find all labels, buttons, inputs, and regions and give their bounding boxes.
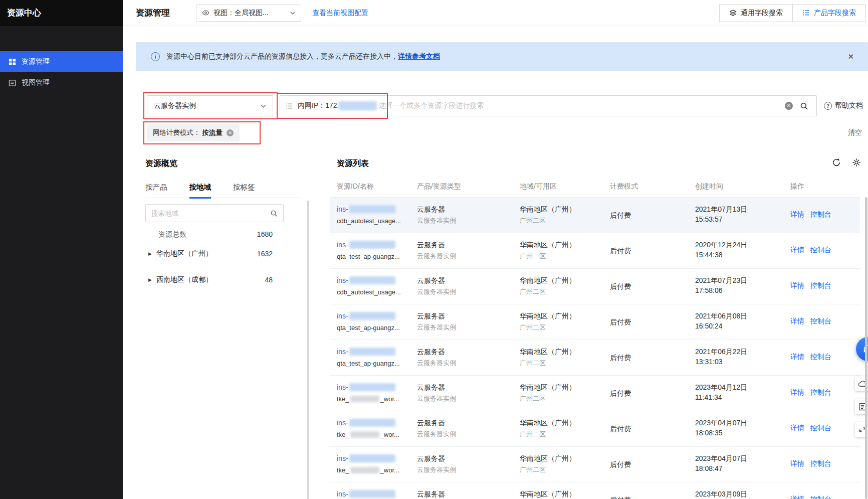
redacted-id	[349, 241, 395, 249]
resource-type-cell: 云服务器实例	[417, 216, 509, 225]
resource-id-link[interactable]: ins-	[337, 275, 406, 285]
resource-id-link[interactable]: ins-	[337, 240, 406, 250]
caret-right-icon[interactable]: ▶	[148, 251, 152, 256]
resource-table: 资源ID/名称 产品/资源类型 地域/可用区 计费模式 创建时间 操作 ins-…	[330, 176, 860, 499]
console-link[interactable]: 控制台	[810, 388, 831, 397]
table-row[interactable]: ins- tke__wor... 云服务器 云服务器实例 华南地区（广州） 广州…	[330, 446, 860, 482]
resource-id-link[interactable]: ins-	[337, 418, 406, 428]
chevron-down-icon	[290, 12, 295, 15]
table-row[interactable]: ins- 云服务器 华南地区（广州） 后付费 2023年03月09日 详情 控制…	[330, 482, 860, 499]
redacted-name-part	[350, 396, 379, 402]
console-link[interactable]: 控制台	[810, 210, 831, 219]
common-field-search-button[interactable]: 通用字段搜索	[719, 4, 793, 22]
view-config-link[interactable]: 查看当前视图配置	[312, 9, 368, 18]
table-row[interactable]: ins- qta_test_ap-guangz... 云服务器 云服务器实例 华…	[330, 304, 860, 340]
product-field-search-button[interactable]: 产品字段搜索	[793, 4, 866, 22]
refresh-icon[interactable]	[832, 158, 841, 167]
region-count: 1632	[257, 250, 273, 258]
overview-tabs: 按产品 按地域 按标签	[145, 180, 302, 198]
tab-by-product[interactable]: 按产品	[145, 180, 167, 198]
table-row[interactable]: ins- tke__wor... 云服务器 云服务器实例 华南地区（广州） 广州…	[330, 375, 860, 411]
caret-right-icon[interactable]: ▶	[148, 277, 152, 282]
search-icon[interactable]	[270, 210, 278, 217]
sidebar-item-view-management[interactable]: 视图管理	[0, 72, 123, 93]
panel-scrollbar[interactable]	[307, 201, 309, 499]
table-row[interactable]: ins- cdb_autotest_usage... 云服务器 云服务器实例 华…	[330, 268, 860, 304]
detail-link[interactable]: 详情	[790, 459, 804, 468]
resource-total-row: 资源总数 1680	[158, 230, 273, 239]
col-header-product: 产品/资源类型	[410, 182, 513, 191]
chevron-down-icon	[261, 104, 266, 108]
region-search-input[interactable]	[151, 210, 270, 217]
table-row[interactable]: ins- qta_test_ap-guangz... 云服务器 云服务器实例 华…	[330, 340, 860, 375]
detail-link[interactable]: 详情	[790, 424, 804, 433]
clear-search-icon[interactable]: ✕	[785, 102, 793, 110]
col-header-id: 资源ID/名称	[330, 182, 410, 191]
detail-link[interactable]: 详情	[790, 281, 804, 290]
list-icon	[802, 9, 810, 17]
detail-link[interactable]: 详情	[790, 388, 804, 397]
page-scrollbar[interactable]	[865, 197, 867, 499]
sidebar-item-resource-management[interactable]: 资源管理	[0, 51, 123, 72]
view-selector[interactable]: 视图：全局视图...	[196, 5, 301, 22]
table-row[interactable]: ins- qta_test_ap-guangz... 云服务器 云服务器实例 华…	[330, 233, 860, 268]
resource-id-link[interactable]: ins-	[337, 489, 406, 499]
page-title: 资源管理	[136, 7, 170, 19]
help-doc-label: 帮助文档	[835, 101, 863, 110]
zone-cell: 广州二区	[520, 358, 599, 368]
region-tree-item[interactable]: ▶ 西南地区（成都） 48	[148, 275, 273, 284]
billing-filter-tag[interactable]: 网络计费模式：按流量 ✕	[147, 124, 240, 141]
region-tree-item[interactable]: ▶ 华南地区（广州） 1632	[148, 249, 273, 258]
console-link[interactable]: 控制台	[810, 246, 831, 255]
console-link[interactable]: 控制台	[810, 459, 831, 468]
search-icon[interactable]	[800, 102, 808, 110]
detail-link[interactable]: 详情	[790, 246, 804, 255]
detail-link[interactable]: 详情	[790, 353, 804, 362]
region-cell: 华南地区（广州）	[520, 418, 599, 428]
common-field-search-label: 通用字段搜索	[741, 9, 783, 18]
resource-name: qta_test_ap-guangz...	[337, 359, 406, 368]
resource-id-link[interactable]: ins-	[337, 311, 406, 321]
tab-by-region[interactable]: 按地域	[189, 180, 211, 198]
redacted-id	[349, 205, 395, 213]
eye-icon	[202, 9, 209, 17]
table-row[interactable]: ins- cdb_autotest_usage... 云服务器 云服务器实例 华…	[330, 197, 860, 233]
console-link[interactable]: 控制台	[810, 353, 831, 362]
zone-cell: 广州二区	[520, 465, 599, 474]
resource-search-input[interactable]: 内网IP：172. 选择一个或多个资源字段进行搜索 ✕	[280, 95, 817, 116]
resource-name: qta_test_ap-guangz...	[337, 323, 406, 332]
table-row[interactable]: ins- tke__wor... 云服务器 云服务器实例 华南地区（广州） 广州…	[330, 411, 860, 446]
product-cell: 云服务器	[417, 275, 509, 285]
resource-id-link[interactable]: ins-	[337, 453, 406, 463]
detail-link[interactable]: 详情	[790, 210, 804, 219]
product-type-select[interactable]: 云服务器实例	[147, 95, 273, 116]
app-title: 资源中心	[0, 0, 123, 26]
product-cell: 云服务器	[417, 453, 509, 463]
search-placeholder: 选择一个或多个资源字段进行搜索	[378, 101, 484, 110]
col-header-region: 地域/可用区	[513, 182, 603, 191]
clear-all-filters[interactable]: 清空	[848, 124, 862, 141]
resource-type-cell: 云服务器实例	[417, 322, 509, 332]
resource-id-link[interactable]: ins-	[337, 347, 406, 357]
console-link[interactable]: 控制台	[810, 281, 831, 290]
tab-by-tag[interactable]: 按标签	[233, 180, 255, 198]
gear-icon[interactable]	[852, 158, 861, 167]
console-link[interactable]: 控制台	[810, 424, 831, 433]
ip-filter-tag[interactable]: 内网IP：172.	[298, 101, 377, 110]
remove-tag-icon[interactable]: ✕	[227, 129, 234, 136]
created-time: 11:41:34	[695, 392, 779, 402]
console-link[interactable]: 控制台	[810, 317, 831, 326]
help-doc-link[interactable]: ? 帮助文档	[824, 95, 863, 116]
created-date: 2021年07月13日	[695, 204, 779, 214]
console-link[interactable]: 控制台	[810, 495, 831, 499]
redacted-id	[349, 383, 395, 391]
resource-name: cdb_autotest_usage...	[337, 287, 406, 297]
redacted-ip	[339, 101, 377, 110]
resource-id-link[interactable]: ins-	[337, 204, 406, 214]
banner-doc-link[interactable]: 详情参考文档	[398, 52, 440, 60]
detail-link[interactable]: 详情	[790, 317, 804, 326]
region-cell: 华南地区（广州）	[520, 240, 599, 250]
resource-id-link[interactable]: ins-	[337, 382, 406, 392]
detail-link[interactable]: 详情	[790, 495, 804, 499]
banner-close-icon[interactable]: ✕	[847, 52, 854, 61]
